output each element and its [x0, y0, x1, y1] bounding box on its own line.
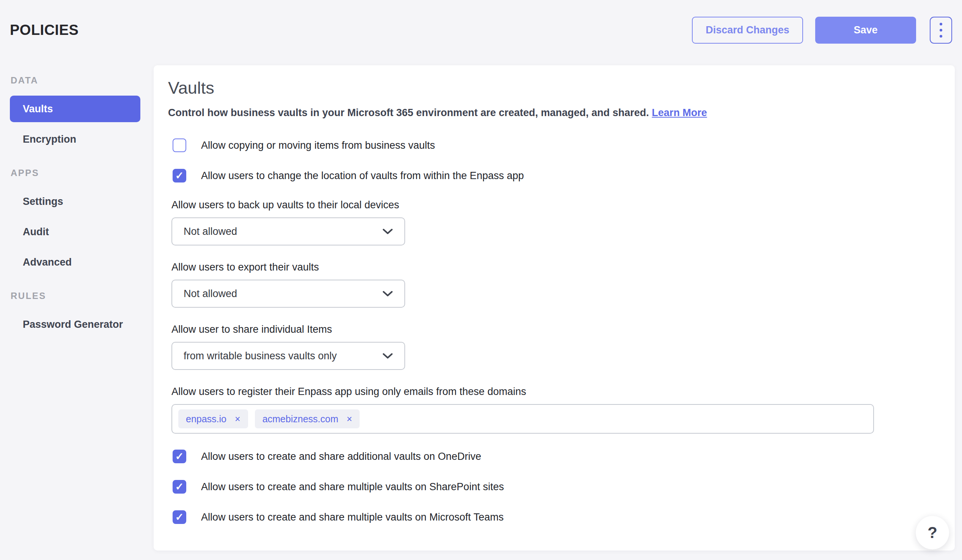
- sidebar-section-data: DATA Vaults Encryption: [10, 75, 140, 153]
- checkbox-label: Allow users to create and share addition…: [201, 451, 481, 463]
- domain-tag: acmebizness.com ×: [255, 409, 360, 428]
- checkbox-checked[interactable]: ✓: [173, 510, 186, 524]
- kebab-dot: [939, 23, 942, 26]
- checkbox-checked[interactable]: ✓: [173, 480, 186, 494]
- checkbox-unchecked[interactable]: ✓: [173, 139, 186, 152]
- backup-vaults-select[interactable]: Not allowed: [171, 218, 405, 245]
- checkbox-row-copy-move[interactable]: ✓ Allow copying or moving items from bus…: [168, 139, 955, 152]
- field-label-backup: Allow users to back up vaults to their l…: [168, 199, 955, 211]
- sidebar-item-audit[interactable]: Audit: [10, 218, 140, 245]
- check-icon: ✓: [175, 512, 184, 523]
- checkbox-checked[interactable]: ✓: [173, 169, 186, 182]
- more-options-button[interactable]: [930, 17, 952, 44]
- field-label-export: Allow users to export their vaults: [168, 261, 955, 273]
- chevron-down-icon: [383, 228, 393, 235]
- section-title: Vaults: [168, 78, 955, 98]
- sidebar-item-advanced[interactable]: Advanced: [10, 249, 140, 276]
- domain-tag: enpass.io ×: [178, 409, 248, 428]
- domain-tag-text: enpass.io: [186, 413, 226, 424]
- checkbox-label: Allow users to change the location of va…: [201, 170, 524, 182]
- field-label-share-items: Allow user to share individual Items: [168, 324, 955, 336]
- sidebar-section-label: DATA: [10, 75, 140, 86]
- checkbox-row-onedrive[interactable]: ✓ Allow users to create and share additi…: [168, 450, 955, 463]
- sidebar-item-settings[interactable]: Settings: [10, 188, 140, 215]
- remove-tag-icon[interactable]: ×: [235, 414, 240, 424]
- checkbox-label: Allow copying or moving items from busin…: [201, 140, 435, 152]
- checkbox-row-teams[interactable]: ✓ Allow users to create and share multip…: [168, 510, 955, 524]
- sidebar-section-label: RULES: [10, 290, 140, 301]
- check-icon: ✓: [175, 482, 184, 492]
- checkbox-row-sharepoint[interactable]: ✓ Allow users to create and share multip…: [168, 480, 955, 494]
- field-label-domains: Allow users to register their Enpass app…: [168, 386, 955, 398]
- select-value: from writable business vaults only: [184, 350, 337, 362]
- select-value: Not allowed: [184, 288, 237, 300]
- sidebar: DATA Vaults Encryption APPS Settings Aud…: [10, 75, 140, 353]
- discard-changes-button[interactable]: Discard Changes: [692, 17, 803, 44]
- help-button[interactable]: ?: [916, 516, 949, 549]
- section-description: Control how business vaults in your Micr…: [168, 107, 955, 119]
- checkbox-checked[interactable]: ✓: [173, 450, 186, 463]
- learn-more-link[interactable]: Learn More: [652, 107, 707, 118]
- sidebar-section-apps: APPS Settings Audit Advanced: [10, 168, 140, 276]
- top-bar: POLICIES Discard Changes Save: [10, 15, 952, 45]
- domain-tag-text: acmebizness.com: [263, 413, 338, 424]
- chevron-down-icon: [383, 353, 393, 359]
- allowed-domains-input[interactable]: enpass.io × acmebizness.com ×: [171, 404, 874, 434]
- sidebar-item-vaults[interactable]: Vaults: [10, 95, 140, 122]
- vaults-settings-panel: Vaults Control how business vaults in yo…: [153, 65, 955, 550]
- share-items-select[interactable]: from writable business vaults only: [171, 342, 405, 370]
- sidebar-item-password-generator[interactable]: Password Generator: [10, 311, 140, 338]
- kebab-dot: [939, 35, 942, 37]
- check-icon: ✓: [175, 171, 184, 181]
- page-title: POLICIES: [10, 22, 79, 38]
- checkbox-label: Allow users to create and share multiple…: [201, 481, 504, 493]
- sidebar-item-encryption[interactable]: Encryption: [10, 126, 140, 153]
- export-vaults-select[interactable]: Not allowed: [171, 280, 405, 308]
- sidebar-section-label: APPS: [10, 168, 140, 178]
- chevron-down-icon: [383, 290, 393, 297]
- save-button[interactable]: Save: [815, 17, 916, 44]
- checkbox-label: Allow users to create and share multiple…: [201, 512, 504, 523]
- kebab-dot: [939, 29, 942, 31]
- section-description-text: Control how business vaults in your Micr…: [168, 107, 649, 118]
- check-icon: ✓: [175, 452, 184, 462]
- topbar-actions: Discard Changes Save: [692, 17, 952, 44]
- checkbox-row-change-location[interactable]: ✓ Allow users to change the location of …: [168, 169, 955, 182]
- select-value: Not allowed: [184, 226, 237, 237]
- sidebar-section-rules: RULES Password Generator: [10, 290, 140, 338]
- remove-tag-icon[interactable]: ×: [347, 414, 352, 424]
